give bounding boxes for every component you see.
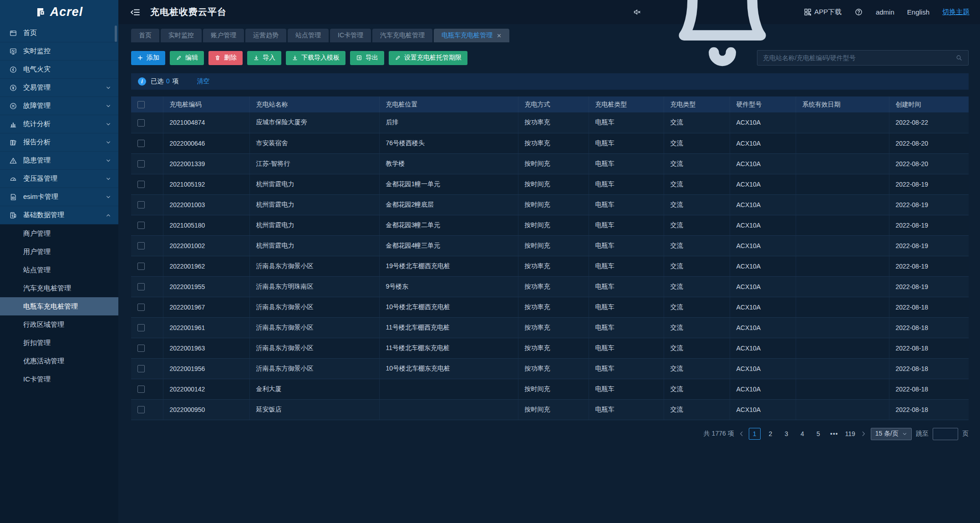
page-5[interactable]: 5 (812, 428, 824, 440)
tab-运营趋势[interactable]: 运营趋势 (245, 29, 286, 42)
page-1[interactable]: 1 (749, 428, 761, 440)
sidebar-subitem-站点管理[interactable]: 站点管理 (0, 261, 118, 279)
sidebar-item-交易管理[interactable]: 交易管理 (0, 79, 118, 97)
sidebar-subitem-商户管理[interactable]: 商户管理 (0, 224, 118, 243)
row-checkbox[interactable] (137, 119, 145, 127)
speaker-muted-icon[interactable] (633, 8, 641, 16)
row-checkbox[interactable] (137, 365, 145, 372)
download-template-button[interactable]: 下载导入模板 (286, 51, 345, 65)
report-icon (9, 138, 17, 147)
trash-icon (214, 55, 221, 61)
tab-电瓶车充电桩管理[interactable]: 电瓶车充电桩管理✕ (434, 29, 509, 42)
sidebar-item-变压器管理[interactable]: 变压器管理 (0, 170, 118, 188)
sidebar-item-esim卡管理[interactable]: esim卡管理 (0, 188, 118, 206)
user-menu[interactable]: admin (876, 8, 894, 16)
tab-汽车充电桩管理[interactable]: 汽车充电桩管理 (372, 29, 432, 42)
row-checkbox[interactable] (137, 222, 145, 229)
table-row: 2022001963沂南县东方御景小区11号楼北车棚东充电桩按功率充电瓶车交流A… (131, 338, 969, 358)
import-button[interactable]: 导入 (247, 51, 281, 65)
edit-button[interactable]: 编辑 (170, 51, 204, 65)
sidebar-item-故障管理[interactable]: 故障管理 (0, 97, 118, 115)
jump-page-input[interactable] (933, 428, 958, 440)
row-checkbox[interactable] (137, 283, 145, 290)
sidebar-subitem-优惠活动管理[interactable]: 优惠活动管理 (0, 352, 118, 370)
cell-created_at: 2022-08-18 (889, 338, 969, 358)
sidebar-item-label: 交易管理 (23, 83, 51, 92)
brand-logo[interactable]: Acrel (0, 0, 118, 24)
page-119[interactable]: 119 (844, 428, 856, 440)
column-header-location: 充电桩位置 (379, 96, 518, 112)
sidebar-subitem-IC卡管理[interactable]: IC卡管理 (0, 370, 118, 388)
import-icon (253, 55, 259, 61)
app-download-button[interactable]: APP下载 (803, 8, 842, 16)
fault-icon (9, 102, 17, 110)
theme-switch-link[interactable]: 切换主题 (942, 8, 970, 16)
next-page-icon[interactable] (860, 431, 867, 437)
tab-账户管理[interactable]: 账户管理 (203, 29, 244, 42)
page-4[interactable]: 4 (797, 428, 808, 440)
tab-站点管理[interactable]: 站点管理 (288, 29, 329, 42)
chevron-up-icon (106, 213, 111, 218)
cell-charge_mode: 按功率充 (518, 317, 589, 338)
tab-label: 实时监控 (168, 31, 194, 40)
export-button[interactable]: 导出 (350, 51, 384, 65)
sidebar-subitem-用户管理[interactable]: 用户管理 (0, 243, 118, 261)
table-row: 2021005180杭州雷霆电力金都花园3幢二单元按时间充电瓶车交流ACX10A… (131, 215, 969, 235)
row-checkbox[interactable] (137, 160, 145, 168)
page-2[interactable]: 2 (765, 428, 777, 440)
tab-IC卡管理[interactable]: IC卡管理 (330, 29, 371, 42)
sidebar: Acrel 首页实时监控电气火灾交易管理故障管理统计分析报告分析隐患管理变压器管… (0, 0, 118, 523)
row-checkbox[interactable] (137, 181, 145, 188)
cell-hardware_model: ACX10A (730, 112, 796, 133)
sidebar-item-统计分析[interactable]: 统计分析 (0, 115, 118, 133)
delete-button[interactable]: 删除 (208, 51, 243, 65)
sidebar-item-基础数据管理[interactable]: 基础数据管理 (0, 206, 118, 224)
previous-page-icon[interactable] (738, 431, 745, 437)
cell-station: 沂南县东方御景小区 (249, 297, 379, 317)
cell-created_at: 2022-08-19 (889, 194, 969, 215)
page-size-select[interactable]: 15 条/页 (871, 428, 912, 440)
sidebar-subitem-折扣管理[interactable]: 折扣管理 (0, 334, 118, 352)
row-checkbox[interactable] (137, 406, 145, 413)
page-3[interactable]: 3 (781, 428, 792, 440)
cell-location: 19号楼北车棚西充电桩 (379, 256, 518, 276)
row-checkbox[interactable] (137, 263, 145, 270)
sidebar-item-首页[interactable]: 首页 (0, 24, 118, 42)
main-panel: 充电桩收费云平台 99+ APP下载 admin English 切换主题 首页… (118, 0, 980, 523)
table-row: 2022001961沂南县东方御景小区11号楼北车棚西充电桩按功率充电瓶车交流A… (131, 317, 969, 338)
row-checkbox[interactable] (137, 345, 145, 352)
search-icon[interactable] (955, 54, 963, 61)
tab-label: 汽车充电桩管理 (380, 31, 425, 40)
search-input[interactable] (763, 54, 955, 61)
select-all-checkbox[interactable] (137, 101, 145, 108)
sidebar-item-label: 变压器管理 (23, 174, 57, 183)
cell-charge_mode: 按功率充 (518, 338, 589, 358)
sidebar-item-电气火灾[interactable]: 电气火灾 (0, 61, 118, 79)
row-checkbox[interactable] (137, 140, 145, 147)
notifications-button[interactable]: 99+ (654, 0, 791, 81)
sidebar-item-隐患管理[interactable]: 隐患管理 (0, 152, 118, 170)
row-checkbox[interactable] (137, 386, 145, 393)
sidebar-subitem-电瓶车充电桩管理[interactable]: 电瓶车充电桩管理 (0, 297, 118, 315)
clear-selection-link[interactable]: 清空 (197, 77, 210, 86)
tab-close-icon[interactable]: ✕ (497, 33, 502, 39)
sidebar-item-实时监控[interactable]: 实时监控 (0, 42, 118, 61)
cell-code: 2022001339 (163, 153, 249, 174)
add-button[interactable]: 添加 (131, 51, 165, 65)
row-checkbox[interactable] (137, 304, 145, 311)
button-label: 添加 (147, 54, 159, 62)
sidebar-item-报告分析[interactable]: 报告分析 (0, 133, 118, 152)
row-checkbox[interactable] (137, 324, 145, 331)
page-ellipsis[interactable]: ••• (828, 428, 840, 440)
question-circle-icon[interactable] (854, 8, 863, 16)
row-checkbox[interactable] (137, 201, 145, 208)
tab-实时监控[interactable]: 实时监控 (161, 29, 202, 42)
language-switch[interactable]: English (907, 8, 929, 16)
column-header-hardware_model: 硬件型号 (730, 96, 796, 112)
row-checkbox[interactable] (137, 242, 145, 249)
set-hosting-period-button[interactable]: 设置充电桩托管期限 (389, 51, 467, 65)
sidebar-subitem-汽车充电桩管理[interactable]: 汽车充电桩管理 (0, 279, 118, 297)
tab-首页[interactable]: 首页 (131, 29, 159, 42)
sidebar-subitem-行政区域管理[interactable]: 行政区域管理 (0, 315, 118, 334)
collapse-menu-icon[interactable] (130, 7, 140, 17)
